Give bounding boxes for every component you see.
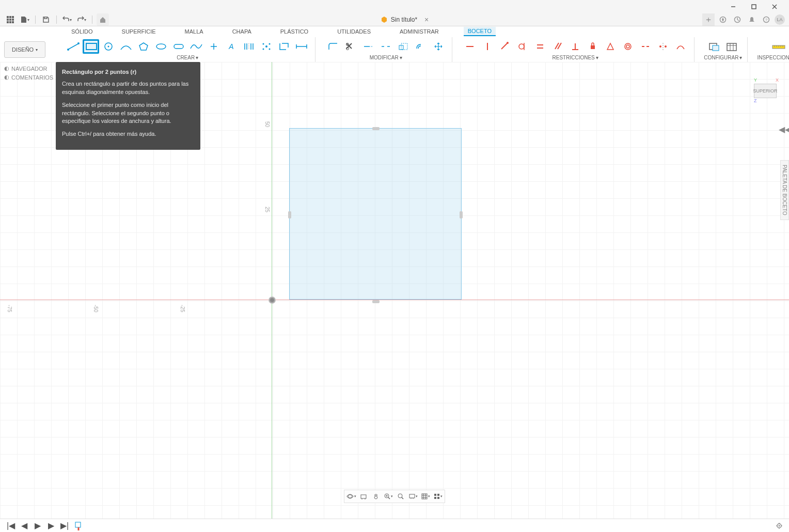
axis-tick-x2: -50 xyxy=(93,305,99,312)
text-tool[interactable]: A xyxy=(223,39,240,54)
new-tab-button[interactable]: ＋ xyxy=(702,13,715,26)
circle-tool[interactable] xyxy=(100,39,117,54)
tangent-constraint[interactable] xyxy=(514,39,531,54)
tab-chapa[interactable]: CHAPA xyxy=(228,27,256,36)
vertical-constraint[interactable] xyxy=(479,39,496,54)
display-icon[interactable]: ▾ xyxy=(407,491,419,502)
tab-malla[interactable]: MALLA xyxy=(181,27,208,36)
timeline-next[interactable]: ▶ xyxy=(46,521,56,530)
workspace-switcher[interactable]: DISEÑO ▾ xyxy=(4,41,45,58)
right-panel-toggle[interactable]: ◀◀ xyxy=(781,124,789,134)
fit-icon[interactable] xyxy=(395,491,406,502)
help-icon[interactable]: ? xyxy=(760,13,772,26)
midpoint-constraint[interactable] xyxy=(602,39,619,54)
file-icon[interactable]: ▾ xyxy=(19,13,31,26)
viewcube[interactable]: Y X SUPERIOR Z xyxy=(754,77,779,103)
coincident-constraint[interactable] xyxy=(497,39,513,54)
svg-rect-7 xyxy=(7,19,9,21)
config-tool-1[interactable] xyxy=(706,39,722,54)
jobs-icon[interactable] xyxy=(731,13,744,26)
viewport-icon[interactable]: ▾ xyxy=(432,491,444,502)
svg-line-90 xyxy=(388,497,390,499)
timeline-prev[interactable]: ◀ xyxy=(20,521,29,530)
tab-superficie[interactable]: SUPERFICIE xyxy=(118,27,160,36)
tab-plastico[interactable]: PLÁSTICO xyxy=(276,27,312,36)
arc-tool[interactable] xyxy=(118,39,134,54)
close-button[interactable] xyxy=(764,0,785,13)
timeline-end[interactable]: ▶| xyxy=(60,521,69,530)
horizontal-constraint[interactable] xyxy=(462,39,478,54)
canvas[interactable]: 50 25 -75 -50 -25 ◐NAVEGADOR ◐COMENTARIO… xyxy=(0,62,789,519)
svg-rect-4 xyxy=(7,16,9,18)
parallel-constraint[interactable] xyxy=(549,39,566,54)
break-tool[interactable] xyxy=(377,39,394,54)
config-tool-2[interactable] xyxy=(723,39,740,54)
concentric-constraint[interactable] xyxy=(620,39,636,54)
tab-boceto[interactable]: BOCETO xyxy=(464,27,496,36)
timeline-settings-icon[interactable] xyxy=(776,522,783,529)
group-crear: A CREAR ▾ xyxy=(60,37,315,62)
point-tool[interactable] xyxy=(206,39,222,54)
minimize-button[interactable] xyxy=(723,0,744,13)
browser-navegador[interactable]: ◐NAVEGADOR xyxy=(4,64,56,73)
slot-tool[interactable] xyxy=(170,39,187,54)
apps-icon[interactable] xyxy=(4,13,17,26)
collinear-constraint[interactable] xyxy=(637,39,654,54)
rectangle-tool[interactable] xyxy=(83,39,99,54)
undo-icon[interactable]: ▾ xyxy=(61,13,73,26)
user-avatar[interactable]: LA xyxy=(775,14,785,25)
dimension-handle-bottom[interactable] xyxy=(372,300,380,303)
measure-tool[interactable] xyxy=(770,39,787,54)
curvature-constraint[interactable] xyxy=(672,39,689,54)
home-icon[interactable] xyxy=(97,13,109,26)
maximize-button[interactable] xyxy=(744,0,764,13)
dimension-tool[interactable] xyxy=(293,39,310,54)
ellipse-tool[interactable] xyxy=(153,39,169,54)
notifications-icon[interactable] xyxy=(746,13,758,26)
tab-utilidades[interactable]: UTILIDADES xyxy=(333,27,375,36)
symmetry-constraint[interactable] xyxy=(655,39,671,54)
redo-icon[interactable]: ▾ xyxy=(75,13,88,26)
orbit-icon[interactable]: ▾ xyxy=(345,491,357,502)
spline-tool[interactable] xyxy=(188,39,204,54)
sketch-palette-tab[interactable]: PALETA DE BOCETO xyxy=(780,160,789,220)
pan-icon[interactable] xyxy=(370,491,382,502)
mirror-tool[interactable] xyxy=(241,39,257,54)
tab-close-button[interactable]: × xyxy=(422,15,431,24)
dimension-handle-right[interactable] xyxy=(460,211,463,218)
fix-constraint[interactable] xyxy=(585,39,601,54)
zoom-icon[interactable]: ▾ xyxy=(383,491,394,502)
polygon-tool[interactable] xyxy=(135,39,152,54)
fillet-tool[interactable] xyxy=(325,39,341,54)
timeline: |◀ ◀ ▶ ▶ ▶| xyxy=(0,519,789,532)
sketch-rectangle[interactable] xyxy=(289,128,462,300)
tab-solido[interactable]: SÓLIDO xyxy=(67,27,97,36)
browser-comentarios[interactable]: ◐COMENTARIOS xyxy=(4,73,56,82)
move-tool[interactable] xyxy=(430,39,447,54)
extend-tool[interactable] xyxy=(360,39,376,54)
viewcube-face[interactable]: SUPERIOR xyxy=(754,84,777,98)
offset-tool[interactable] xyxy=(413,39,429,54)
svg-point-33 xyxy=(263,48,264,50)
timeline-play[interactable]: ▶ xyxy=(33,521,42,530)
svg-rect-104 xyxy=(437,494,439,496)
tab-administrar[interactable]: ADMINISTRAR xyxy=(396,27,443,36)
perpendicular-constraint[interactable] xyxy=(567,39,583,54)
equal-constraint[interactable] xyxy=(532,39,548,54)
timeline-start[interactable]: |◀ xyxy=(6,521,15,530)
pattern-tool[interactable] xyxy=(258,39,275,54)
dimension-handle-left[interactable] xyxy=(288,211,291,218)
look-icon[interactable] xyxy=(358,491,369,502)
scale-tool[interactable] xyxy=(395,39,412,54)
group-inspeccionar: INSPECCIONAR ▾ xyxy=(752,37,789,62)
grid-display-icon[interactable]: ▾ xyxy=(420,491,431,502)
extensions-icon[interactable] xyxy=(717,13,729,26)
line-tool[interactable] xyxy=(65,39,82,54)
timeline-sketch-feature[interactable] xyxy=(73,521,83,531)
dimension-handle-top[interactable] xyxy=(372,127,380,130)
trim-tool[interactable] xyxy=(342,39,359,54)
svg-line-48 xyxy=(501,43,508,49)
project-tool[interactable] xyxy=(276,39,292,54)
save-icon[interactable] xyxy=(40,13,52,26)
origin-point[interactable] xyxy=(269,296,276,304)
